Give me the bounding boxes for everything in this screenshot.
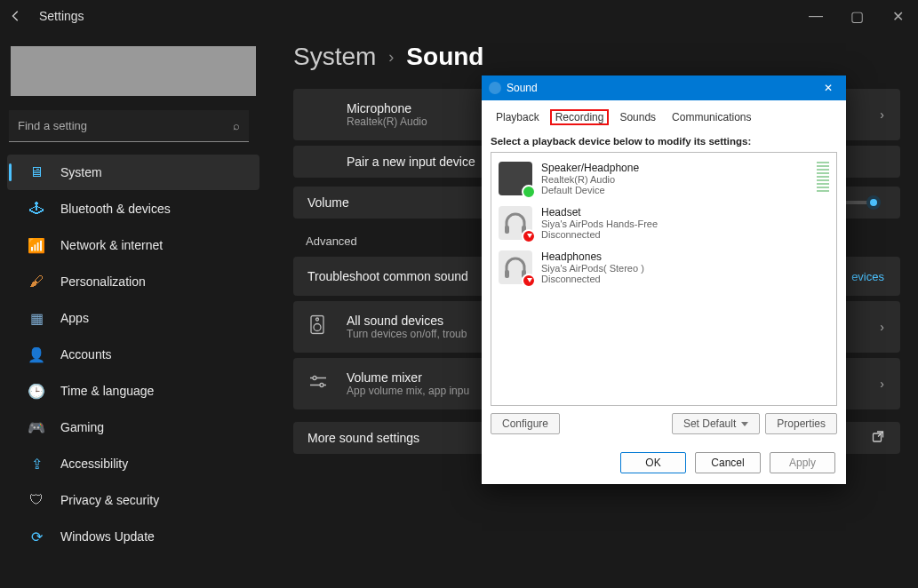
sidebar-item-apps[interactable]: ▦ Apps bbox=[7, 300, 259, 336]
svg-point-4 bbox=[320, 384, 323, 387]
chevron-right-icon: › bbox=[880, 107, 884, 122]
back-button[interactable] bbox=[0, 0, 32, 32]
dialog-titlebar[interactable]: Sound ✕ bbox=[482, 75, 846, 100]
sidebar-item-accounts[interactable]: 👤 Accounts bbox=[7, 337, 259, 372]
device-row[interactable]: Headphones Siya's AirPods( Stereo ) Disc… bbox=[497, 245, 831, 290]
volume-slider-thumb[interactable] bbox=[866, 195, 881, 210]
wifi-icon: 📶 bbox=[27, 235, 46, 255]
device-name: Headphones bbox=[541, 250, 644, 263]
ok-button[interactable]: OK bbox=[620, 452, 686, 473]
profile-block[interactable] bbox=[11, 46, 256, 96]
window-title: Settings bbox=[39, 9, 84, 23]
sidebar-item-system[interactable]: 🖥 System bbox=[7, 155, 259, 190]
device-driver: Siya's AirPods( Stereo ) bbox=[541, 263, 644, 274]
device-driver: Realtek(R) Audio bbox=[541, 174, 639, 185]
close-button[interactable]: ✕ bbox=[877, 0, 918, 32]
device-status: Disconnected bbox=[541, 274, 644, 284]
person-icon: 👤 bbox=[27, 345, 46, 364]
sidebar-item-label: Privacy & security bbox=[60, 493, 159, 507]
sidebar-item-label: Bluetooth & devices bbox=[60, 202, 171, 216]
breadcrumb-parent[interactable]: System bbox=[293, 43, 376, 71]
tab-communications[interactable]: Communications bbox=[667, 109, 756, 125]
brush-icon: 🖌 bbox=[27, 272, 46, 291]
sidebar-item-label: Personalization bbox=[60, 274, 146, 289]
apply-button[interactable]: Apply bbox=[770, 452, 835, 473]
sidebar-item-update[interactable]: ⟳ Windows Update bbox=[7, 519, 259, 554]
cancel-button[interactable]: Cancel bbox=[695, 452, 761, 473]
apps-icon: ▦ bbox=[27, 308, 46, 328]
accessibility-icon: ⇪ bbox=[27, 454, 46, 473]
speaker-icon bbox=[309, 315, 325, 339]
sidebar-item-label: Accounts bbox=[60, 347, 112, 362]
globe-icon: 🕒 bbox=[27, 381, 46, 401]
down-badge-icon bbox=[522, 229, 536, 243]
devices-link[interactable]: evices bbox=[851, 270, 884, 283]
dialog-close-button[interactable]: ✕ bbox=[818, 82, 839, 94]
svg-point-1 bbox=[314, 324, 321, 331]
svg-rect-6 bbox=[505, 226, 509, 234]
bluetooth-icon: 🕹 bbox=[27, 199, 46, 219]
arrow-left-icon bbox=[10, 10, 22, 22]
sidebar-item-personalization[interactable]: 🖌 Personalization bbox=[7, 264, 259, 299]
device-status: Disconnected bbox=[541, 229, 658, 240]
sidebar-item-bluetooth[interactable]: 🕹 Bluetooth & devices bbox=[7, 191, 259, 226]
chevron-right-icon: › bbox=[880, 377, 884, 391]
sidebar-item-label: Network & internet bbox=[60, 238, 163, 252]
sidebar-item-label: Accessibility bbox=[60, 457, 128, 471]
device-row[interactable]: Headset Siya's AirPods Hands-Free Discon… bbox=[497, 201, 831, 245]
level-meter bbox=[817, 162, 829, 194]
minimize-button[interactable]: — bbox=[795, 0, 836, 32]
sidebar: Find a setting ⌕ 🖥 System 🕹 Bluetooth & … bbox=[0, 32, 267, 588]
chevron-right-icon: › bbox=[880, 320, 884, 334]
sidebar-item-label: Apps bbox=[60, 311, 89, 325]
popout-icon bbox=[872, 431, 884, 446]
svg-rect-8 bbox=[505, 270, 509, 278]
device-name: Speaker/Headphone bbox=[541, 162, 639, 174]
sidebar-item-time[interactable]: 🕒 Time & language bbox=[7, 373, 259, 409]
gamepad-icon: 🎮 bbox=[27, 417, 46, 437]
device-driver: Siya's AirPods Hands-Free bbox=[541, 219, 658, 229]
search-input[interactable]: Find a setting ⌕ bbox=[9, 110, 249, 142]
dialog-title: Sound bbox=[507, 82, 538, 94]
sidebar-item-label: System bbox=[60, 165, 102, 179]
breadcrumb-current: Sound bbox=[406, 43, 483, 71]
sidebar-item-accessibility[interactable]: ⇪ Accessibility bbox=[7, 446, 259, 481]
device-name: Headset bbox=[541, 206, 658, 219]
device-list[interactable]: Speaker/Headphone Realtek(R) Audio Defau… bbox=[491, 152, 837, 406]
breadcrumb: System › Sound bbox=[293, 43, 900, 71]
sidebar-item-label: Windows Update bbox=[60, 529, 155, 544]
display-icon: 🖥 bbox=[27, 163, 46, 182]
sidebar-item-label: Time & language bbox=[60, 384, 154, 398]
svg-point-2 bbox=[316, 318, 319, 321]
sidebar-item-network[interactable]: 📶 Network & internet bbox=[7, 227, 259, 263]
properties-button[interactable]: Properties bbox=[765, 413, 837, 434]
update-icon: ⟳ bbox=[27, 527, 46, 546]
sound-icon bbox=[489, 82, 501, 94]
dialog-tabs: Playback Recording Sounds Communications bbox=[491, 106, 837, 131]
sound-dialog: Sound ✕ Playback Recording Sounds Commun… bbox=[482, 75, 846, 484]
set-default-button[interactable]: Set Default bbox=[672, 413, 760, 434]
sidebar-item-gaming[interactable]: 🎮 Gaming bbox=[7, 409, 259, 445]
sidebar-item-privacy[interactable]: 🛡 Privacy & security bbox=[7, 482, 259, 518]
shield-icon: 🛡 bbox=[27, 490, 46, 510]
speaker-device-icon bbox=[499, 162, 532, 195]
headphones-device-icon bbox=[499, 250, 532, 284]
mixer-icon bbox=[309, 375, 327, 393]
tab-sounds[interactable]: Sounds bbox=[614, 109, 661, 125]
down-badge-icon bbox=[522, 274, 536, 288]
configure-button[interactable]: Configure bbox=[491, 413, 560, 434]
search-placeholder: Find a setting bbox=[18, 119, 233, 132]
svg-point-3 bbox=[313, 377, 316, 380]
tab-recording[interactable]: Recording bbox=[550, 109, 610, 125]
chevron-right-icon: › bbox=[388, 48, 394, 67]
search-icon: ⌕ bbox=[233, 119, 240, 132]
device-row[interactable]: Speaker/Headphone Realtek(R) Audio Defau… bbox=[497, 156, 831, 201]
maximize-button[interactable]: ▢ bbox=[836, 0, 877, 32]
headset-device-icon bbox=[499, 206, 532, 240]
sidebar-item-label: Gaming bbox=[60, 420, 104, 434]
device-status: Default Device bbox=[541, 185, 639, 195]
dialog-instruction: Select a playback device below to modify… bbox=[491, 136, 837, 147]
tab-playback[interactable]: Playback bbox=[491, 109, 545, 125]
check-badge-icon bbox=[522, 185, 536, 199]
